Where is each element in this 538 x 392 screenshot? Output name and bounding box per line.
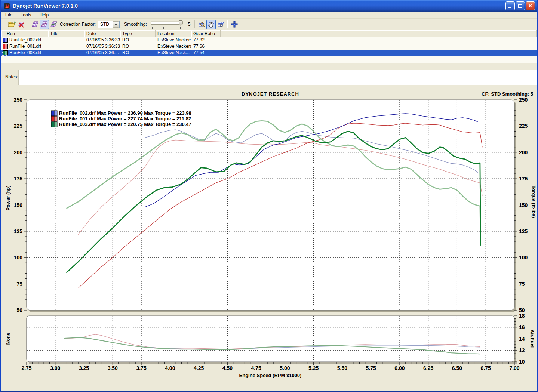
legend-entry: RunFile_002.drf Max Power = 236.90 Max T… [59,110,191,116]
torque-tick-label: 200 [519,149,528,155]
x-tick-label: 5.25 [308,365,319,371]
none-axis-label: None [5,333,11,345]
power-tick-label: 200 [14,149,23,155]
power-tick-label: 250 [14,97,23,103]
legend-swatch-dark [51,116,54,121]
x-tick-label: 4.50 [222,365,233,371]
torque-tick-label: 250 [519,97,528,103]
legend-swatch-light [54,122,57,127]
torque-tick-label: 100 [519,254,528,260]
power-axis-label: Power (hp) [5,185,11,210]
torque-tick-label: 50 [519,307,525,313]
power-tick-label: 175 [14,176,23,182]
x-tick-label: 2.75 [21,365,31,371]
x-tick-label: 5.75 [366,365,376,371]
x-tick-label: 6.75 [481,365,491,371]
torque-axis-label: Torque (ft-lbs) [531,185,537,218]
torque-tick-label: 150 [519,202,528,208]
x-tick-label: 5.50 [337,365,347,371]
airfuel-tick-label: 16 [519,324,525,330]
x-tick-label: 3.00 [50,365,60,371]
engine-speed-axis-label: Engine Speed (RPM x1000) [239,373,302,378]
x-tick-label: 6.50 [452,365,462,371]
x-tick-label: 3.25 [79,365,89,371]
power-tick-label: 100 [14,254,23,260]
torque-tick-label: 125 [519,228,528,234]
dyno-chart[interactable]: 2.753.003.253.503.754.004.254.504.755.00… [1,0,538,392]
power-tick-label: 150 [14,202,23,208]
legend-swatch-dark [51,122,54,127]
torque-tick-label: 225 [519,123,528,129]
airfuel-axis-label: Air/Fuel [529,330,535,348]
x-tick-label: 3.75 [136,365,146,371]
x-tick-label: 4.00 [165,365,175,371]
chart-title: DYNOJET RESEARCH [242,91,299,97]
x-tick-label: 3.50 [108,365,118,371]
x-tick-label: 4.25 [194,365,204,371]
x-tick-label: 6.25 [423,365,433,371]
torque-tick-label: 175 [519,176,528,182]
legend-swatch-dark [51,111,54,116]
torque-tick-label: 75 [519,281,525,287]
power-tick-label: 75 [16,281,22,287]
x-tick-label: 5.00 [280,365,290,371]
legend-swatch-light [54,111,57,116]
chart-cf-smoothing-label: CF: STD Smoothing: 5 [482,91,533,97]
airfuel-tick-label: 14 [519,336,525,342]
legend-entry: RunFile_001.drf Max Power = 227.74 Max T… [59,116,191,121]
airfuel-tick-label: 12 [519,347,525,353]
x-tick-label: 4.75 [251,365,261,371]
airfuel-tick-label: 18 [519,313,525,319]
x-tick-label: 6.00 [394,365,405,371]
x-tick-label: 7.00 [509,365,519,371]
app-window: Dynojet RunViewer 7.0.1.0 × File Tools H… [0,0,538,392]
legend-swatch-light [54,116,57,121]
airfuel-tick-label: 10 [519,359,525,365]
legend-entry: RunFile_003.drf Max Power = 220.75 Max T… [59,121,191,127]
power-tick-label: 125 [14,228,23,234]
power-tick-label: 50 [16,307,22,313]
power-tick-label: 225 [14,123,23,129]
x-axis-band [29,362,517,364]
